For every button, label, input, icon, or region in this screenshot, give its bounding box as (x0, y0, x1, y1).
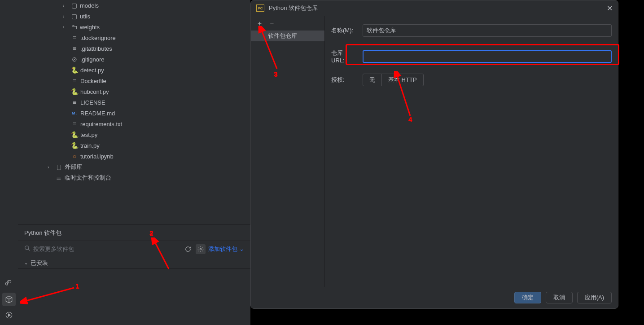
name-input[interactable] (363, 24, 612, 37)
tree-label: 临时文件和控制台 (65, 174, 111, 182)
python-icon[interactable] (2, 277, 16, 290)
chevron-down-icon: ⌄ (239, 246, 244, 252)
installed-section[interactable]: ⌄ 已安装 (18, 257, 250, 269)
tree-label: hubconf.py (80, 88, 109, 95)
svg-point-3 (200, 248, 202, 250)
tree-label: tutorial.ipynb (80, 153, 114, 160)
packages-icon[interactable] (2, 293, 16, 306)
dialog-title: Python 软件包仓库 (269, 4, 318, 12)
gear-icon[interactable] (196, 244, 206, 254)
tree-label: requirements.txt (80, 121, 122, 127)
tree-label: Dockerfile (80, 78, 106, 84)
tree-file-requirements[interactable]: ≡requirements.txt (18, 119, 250, 129)
tree-label: models (80, 2, 99, 9)
pycharm-logo-icon: PC (256, 4, 264, 12)
tree-file-train[interactable]: 🐍train.py (18, 140, 250, 151)
arrow-2 (151, 237, 178, 273)
auth-none-button[interactable]: 无 (363, 74, 382, 86)
tree-file-hubconf[interactable]: 🐍hubconf.py (18, 86, 250, 97)
tree-label: .gitattributes (80, 45, 112, 52)
svg-line-6 (261, 30, 277, 69)
auth-label: 授权: (331, 76, 357, 84)
search-row: 添加软件包 ⌄ (18, 241, 250, 257)
tree-folder-utils[interactable]: ›▢utils (18, 11, 250, 22)
apply-button[interactable]: 应用(A) (577, 292, 612, 303)
close-icon[interactable]: ✕ (607, 4, 613, 13)
project-tree: ›▢models ›▢utils ›🗀weights ≡.dockerignor… (18, 0, 250, 224)
tree-label: 外部库 (65, 163, 82, 171)
svg-line-4 (25, 288, 74, 301)
run-icon[interactable] (2, 308, 16, 322)
dialog-footer: 确定 取消 应用(A) (251, 287, 618, 308)
tree-folder-models[interactable]: ›▢models (18, 0, 250, 11)
left-toolbar (0, 0, 18, 325)
arrow-1 (20, 283, 79, 306)
annotation-box-url (346, 44, 619, 65)
cancel-button[interactable]: 取消 (546, 292, 573, 303)
tree-file-detect[interactable]: 🐍detect.py (18, 65, 250, 75)
tree-label: detect.py (80, 67, 104, 74)
add-packages-link[interactable]: 添加软件包 ⌄ (208, 245, 244, 253)
tree-external-libs[interactable]: ›⎕外部库 (18, 162, 250, 172)
tree-label: weights (80, 24, 100, 31)
tree-label: .dockerignore (80, 35, 116, 41)
tree-file-gitignore[interactable]: ⊘.gitignore (18, 54, 250, 65)
svg-line-5 (154, 241, 169, 269)
chevron-down-icon: ⌄ (24, 260, 28, 265)
packages-panel: Python 软件包 添加软件包 ⌄ ⌄ 已安装 (18, 224, 250, 325)
panel-header: Python 软件包 (18, 225, 250, 241)
tree-folder-weights[interactable]: ›🗀weights (18, 22, 250, 32)
annotation-3: 3 (274, 70, 277, 78)
svg-point-2 (25, 246, 29, 250)
tree-file-gitattributes[interactable]: ≡.gitattributes (18, 43, 250, 54)
tree-label: utils (80, 13, 90, 20)
svg-line-7 (397, 75, 410, 116)
tree-scratches[interactable]: ›≣临时文件和控制台 (18, 172, 250, 183)
tree-file-dockerfile[interactable]: ≡Dockerfile (18, 75, 250, 86)
tree-label: README.md (80, 110, 115, 117)
arrow-3 (257, 26, 284, 71)
tree-file-dockerignore[interactable]: ≡.dockerignore (18, 32, 250, 43)
annotation-2: 2 (149, 229, 153, 237)
dialog-header: PC Python 软件包仓库 ✕ (251, 0, 618, 16)
ok-button[interactable]: 确定 (514, 292, 541, 303)
panel-title: Python 软件包 (24, 229, 61, 237)
search-icon (24, 245, 31, 253)
svg-point-0 (8, 281, 8, 281)
tree-file-tutorial[interactable]: ○tutorial.ipynb (18, 151, 250, 162)
tree-label: test.py (80, 132, 97, 138)
name-label: 名称(M): (331, 26, 357, 35)
tree-file-test[interactable]: 🐍test.py (18, 129, 250, 140)
arrow-4 (393, 71, 416, 120)
tree-file-readme[interactable]: M↓README.md (18, 108, 250, 119)
installed-label: 已安装 (31, 259, 48, 267)
refresh-icon[interactable] (183, 244, 193, 254)
tree-label: train.py (80, 142, 100, 149)
tree-file-license[interactable]: ≡LICENSE (18, 97, 250, 108)
tree-label: .gitignore (80, 56, 104, 63)
tree-label: LICENSE (80, 99, 105, 106)
